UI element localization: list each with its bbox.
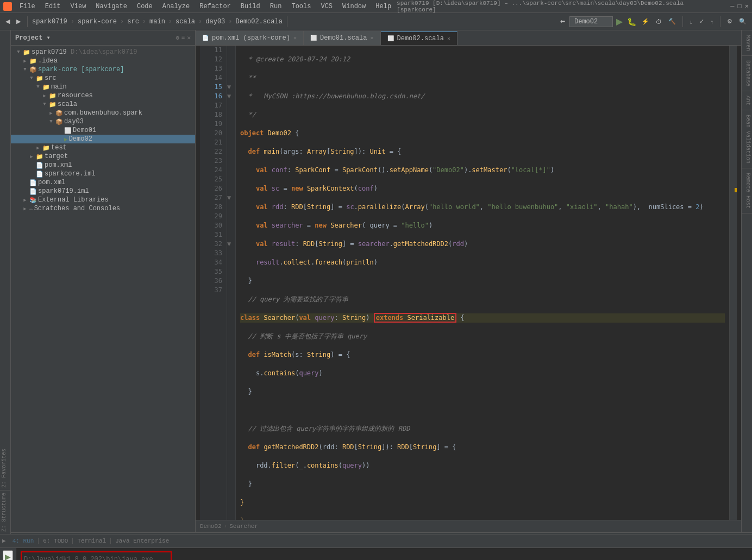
run-config-selector[interactable]: Demo02 xyxy=(569,16,613,27)
vcs-update-btn[interactable]: ↓ xyxy=(687,17,695,26)
run-output[interactable]: D:\Java\jdk1.8.0_202\bin\java.exe ... he… xyxy=(16,548,752,560)
back-button[interactable]: ◀ xyxy=(3,17,12,26)
menu-view[interactable]: View xyxy=(66,2,91,11)
tree-label-src: src xyxy=(45,74,57,82)
line-11: * @create 2020-07-24 20:12 xyxy=(240,55,725,64)
tree-resources[interactable]: ▶ 📁 resources xyxy=(11,91,195,100)
debug-button[interactable]: 🐛 xyxy=(626,17,637,26)
menu-edit[interactable]: Edit xyxy=(41,2,65,11)
breadcrumb-day03[interactable]: day03 xyxy=(205,18,225,26)
left-tab-structure[interactable]: Z: Structure xyxy=(0,490,10,534)
fold-32[interactable]: ▼ xyxy=(227,240,235,249)
profile-btn[interactable]: ⏱ xyxy=(654,17,664,26)
tree-label-day03: day03 xyxy=(64,118,84,125)
breadcrumb-demo02[interactable]: Demo02.scala xyxy=(236,18,283,26)
tree-label-com: com.buwenbuhuo.spark xyxy=(64,109,142,117)
window-title: spark0719 [D:\idea\spark0719] – ...\spar… xyxy=(397,0,725,13)
bottom-tab-terminal[interactable]: Terminal xyxy=(73,538,111,544)
tree-demo02[interactable]: ▶ ▶ Demo02 xyxy=(11,135,195,143)
menu-build[interactable]: Build xyxy=(236,2,265,11)
code-lines[interactable]: * @create 2020-07-24 20:12 ** * MyCSDN :… xyxy=(236,46,729,520)
breadcrumb-src[interactable]: src xyxy=(127,18,139,26)
tree-com-package[interactable]: ▶ 📦 com.buwenbuhuo.spark xyxy=(11,109,195,117)
fold-27[interactable]: ▼ xyxy=(227,193,235,203)
tree-scratches[interactable]: ▶ ✏ Scratches and Consoles xyxy=(11,204,195,213)
menu-navigate[interactable]: Navigate xyxy=(91,2,131,11)
fold-15[interactable]: ▼ xyxy=(227,83,235,92)
run-with-coverage-btn[interactable]: ⚡ xyxy=(640,17,651,26)
tree-sparkcore-iml[interactable]: ▶ 📄 sparkcore.iml xyxy=(11,169,195,178)
tab-close-pom[interactable]: ✕ xyxy=(293,35,297,41)
tree-day03[interactable]: ▼ 📦 day03 xyxy=(11,117,195,126)
tree-spark0719-iml[interactable]: ▶ 📄 spark0719.iml xyxy=(11,187,195,196)
tab-close-demo01[interactable]: ✕ xyxy=(370,35,373,41)
tree-pom-spark-core[interactable]: ▶ 📄 pom.xml xyxy=(11,161,195,169)
breadcrumb-spark0719[interactable]: spark0719 xyxy=(32,18,67,26)
project-close-icon[interactable]: ✕ xyxy=(187,34,191,41)
line-29: } xyxy=(240,387,725,397)
forward-button[interactable]: ▶ xyxy=(14,17,23,26)
folder-icon-spark0719: 📁 xyxy=(23,49,30,56)
breadcrumb-scala[interactable]: scala xyxy=(176,18,195,26)
tabs-bar: 📄 pom.xml (spark-core) ✕ ⬜ Demo01.scala … xyxy=(196,30,741,46)
breadcrumb-sep-3: › xyxy=(142,18,146,26)
tree-idea[interactable]: ▶ 📁 .idea xyxy=(11,56,195,65)
menu-vcs[interactable]: VCS xyxy=(316,2,337,11)
tree-main[interactable]: ▼ 📁 main xyxy=(11,83,195,91)
project-settings-icon[interactable]: ⚙ xyxy=(176,34,179,41)
tree-src[interactable]: ▼ 📁 src xyxy=(11,74,195,83)
tree-external-libs[interactable]: ▶ 📚 External Libraries xyxy=(11,196,195,204)
package-icon-com: 📦 xyxy=(55,110,63,117)
right-tab-bean[interactable]: Bean Validation xyxy=(742,110,752,168)
tab-demo02[interactable]: ⬜ Demo02.scala ✕ xyxy=(381,31,458,45)
right-tab-database[interactable]: Database xyxy=(742,56,752,91)
right-tab-remote[interactable]: Remote Host xyxy=(742,168,752,213)
tree-test[interactable]: ▶ 📁 test xyxy=(11,143,195,152)
code-content[interactable]: 11 12 13 14 15 16 17 18 19 20 21 22 23 2… xyxy=(196,46,741,520)
search-everywhere-btn[interactable]: 🔍 xyxy=(737,17,749,26)
right-tab-ant[interactable]: Ant xyxy=(742,91,752,110)
build-btn[interactable]: 🔨 xyxy=(666,17,678,26)
tree-spark-core[interactable]: ▼ 📦 spark-core [sparkcore] xyxy=(11,65,195,74)
tree-scala[interactable]: ▼ 📁 scala xyxy=(11,100,195,109)
breadcrumb-demo02-class[interactable]: Demo02 xyxy=(200,523,222,530)
menu-help[interactable]: Help xyxy=(371,2,396,11)
settings-btn[interactable]: ⚙ xyxy=(725,17,735,26)
breadcrumb-spark-core[interactable]: spark-core xyxy=(78,18,117,26)
vcs-commit-btn[interactable]: ✓ xyxy=(697,17,706,26)
bottom-tab-java-enterprise[interactable]: Java Enterprise xyxy=(111,538,173,544)
close-button[interactable]: ✕ xyxy=(745,2,749,10)
menu-analyze[interactable]: Analyze xyxy=(158,2,194,11)
line-33: rdd.filter(_.contains(query)) xyxy=(240,461,725,470)
navigate-back-btn[interactable]: ⬅ xyxy=(558,17,567,26)
menu-refactor[interactable]: Refactor xyxy=(195,2,235,11)
tree-spark0719[interactable]: ▼ 📁 spark0719 D:\idea\spark0719 xyxy=(11,48,195,56)
tree-label-idea: .idea xyxy=(38,57,58,65)
bottom-tab-run[interactable]: 4: Run xyxy=(8,538,39,544)
minimize-button[interactable]: ─ xyxy=(730,3,734,10)
tree-pom-root[interactable]: ▶ 📄 pom.xml xyxy=(11,178,195,187)
run-button[interactable]: ▶ xyxy=(615,16,624,27)
bottom-tab-todo[interactable]: 6: TODO xyxy=(39,538,73,544)
menu-code[interactable]: Code xyxy=(133,2,157,11)
menu-tools[interactable]: Tools xyxy=(287,2,315,11)
menu-window[interactable]: Window xyxy=(338,2,370,11)
code-editor: 11 12 13 14 15 16 17 18 19 20 21 22 23 2… xyxy=(196,46,741,520)
menu-run[interactable]: Run xyxy=(266,2,286,11)
tree-target[interactable]: ▶ 📁 target xyxy=(11,152,195,161)
maximize-button[interactable]: □ xyxy=(738,3,742,10)
fold-16[interactable]: ▼ xyxy=(227,92,235,101)
tab-demo01[interactable]: ⬜ Demo01.scala ✕ xyxy=(304,31,380,45)
breadcrumb-searcher[interactable]: Searcher xyxy=(229,523,258,530)
project-gear-icon[interactable]: ≡ xyxy=(181,34,185,41)
left-tab-favorites[interactable]: 2: Favorites xyxy=(0,446,10,490)
tree-demo01[interactable]: ▶ ⬜ Demo01 xyxy=(11,126,195,135)
right-tab-maven[interactable]: Maven xyxy=(742,30,752,56)
tab-pom-xml[interactable]: 📄 pom.xml (spark-core) ✕ xyxy=(196,31,304,45)
tab-close-demo02[interactable]: ✕ xyxy=(447,35,450,42)
run-rerun-btn[interactable]: ▶ xyxy=(3,550,13,560)
breadcrumb-main[interactable]: main xyxy=(149,18,165,26)
menu-file[interactable]: File xyxy=(15,2,40,11)
vcs-push-btn[interactable]: ↑ xyxy=(709,17,716,26)
tree-label-test: test xyxy=(51,144,67,152)
